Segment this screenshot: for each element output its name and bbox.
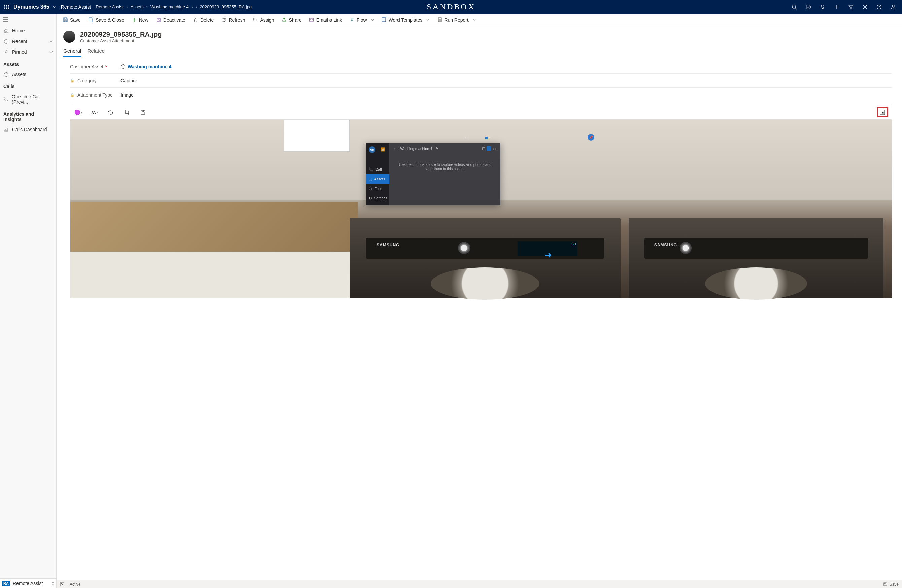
email-link-button[interactable]: Email a Link — [305, 14, 345, 25]
save-icon — [883, 582, 888, 586]
field-customer-asset: Customer Asset* Washing machine 4 — [70, 59, 892, 74]
photo-toggle[interactable] — [487, 146, 492, 151]
gear-icon[interactable] — [858, 0, 872, 14]
run-report-button[interactable]: Run Report — [434, 14, 479, 25]
app-switcher[interactable]: RA Remote Assist ▲▼ — [0, 578, 56, 588]
cube-icon — [3, 72, 9, 77]
chevron-down-icon[interactable] — [50, 40, 53, 43]
assign-icon — [252, 17, 258, 22]
left-sidebar: Home Recent Pinned Assets Assets Calls O… — [0, 14, 56, 588]
share-button[interactable]: Share — [278, 14, 305, 25]
breadcrumb-item[interactable]: 20200929_095355_RA.jpg — [200, 5, 252, 9]
field-category: 🔒Category Capture — [70, 74, 892, 88]
chevron-down-icon — [473, 18, 476, 21]
nav-section-calls: Calls — [0, 80, 56, 91]
app-launcher-icon[interactable] — [2, 2, 11, 12]
nav-calls-dashboard[interactable]: Calls Dashboard — [0, 124, 56, 135]
customer-asset-link[interactable]: Washing machine 4 — [128, 64, 171, 69]
filter-icon[interactable] — [844, 0, 858, 14]
new-button[interactable]: New — [128, 14, 152, 25]
sandbox-watermark: SANDBOX — [427, 2, 475, 11]
breadcrumb-item[interactable]: Assets — [131, 5, 144, 9]
breadcrumb-item[interactable]: Washing machine 4 — [150, 5, 189, 9]
refresh-button[interactable]: Refresh — [218, 14, 248, 25]
tab-general[interactable]: General — [63, 48, 81, 57]
home-icon — [3, 28, 9, 33]
lock-icon: 🔒 — [70, 78, 75, 83]
trash-icon — [193, 17, 198, 22]
word-templates-button[interactable]: Word Templates — [378, 14, 433, 25]
app-switcher-label: Remote Assist — [13, 580, 43, 586]
delete-button[interactable]: Delete — [189, 14, 217, 25]
expand-icon[interactable] — [60, 582, 64, 586]
ar-nav-settings[interactable]: ⚙Settings — [366, 194, 389, 203]
nav-one-time-call[interactable]: One-time Call (Previ... — [0, 91, 56, 107]
back-icon[interactable]: ← — [393, 147, 397, 151]
app-name-label[interactable]: Remote Assist — [61, 5, 91, 10]
status-bar: Active Save — [56, 580, 902, 588]
washer-right: SAMSUNG — [629, 218, 883, 299]
ar-overlay-panel: AM 📶 📞Call ⬚Assets 🗂Files ⚙Settings ← — [366, 143, 501, 205]
phone-icon: 📞 — [368, 167, 373, 172]
help-icon[interactable] — [872, 0, 886, 14]
updown-icon[interactable]: ▲▼ — [52, 581, 54, 586]
nav-label: Assets — [12, 72, 26, 77]
crop-tool[interactable] — [122, 108, 132, 117]
lightbulb-icon[interactable] — [816, 0, 829, 14]
image-toolbar: ▾ ▾ — [70, 105, 891, 120]
field-label: Customer Asset — [70, 64, 103, 69]
nav-section-analytics: Analytics and Insights — [0, 107, 56, 124]
color-picker-tool[interactable]: ▾ — [74, 108, 83, 117]
tab-related[interactable]: Related — [87, 48, 105, 57]
chevron-down-icon[interactable] — [50, 50, 53, 54]
ar-panel-title: Washing machine 4 — [400, 147, 432, 151]
cube-icon: ⬚ — [368, 177, 372, 181]
prev-icon[interactable]: ‹ — [493, 147, 494, 151]
ar-nav-files[interactable]: 🗂Files — [366, 184, 389, 194]
flow-button[interactable]: Flow — [346, 14, 377, 25]
next-icon[interactable]: › — [495, 147, 497, 151]
share-icon — [281, 17, 287, 22]
save-close-icon — [88, 17, 94, 22]
task-icon[interactable] — [802, 0, 815, 14]
svg-rect-2 — [8, 5, 9, 6]
nav-label: Recent — [12, 39, 27, 44]
svg-rect-21 — [438, 18, 441, 22]
washer-brand: SAMSUNG — [654, 242, 677, 247]
svg-point-18 — [254, 18, 255, 20]
field-value[interactable]: Washing machine 4 — [121, 64, 171, 69]
field-label: Category — [77, 78, 97, 83]
image-canvas[interactable]: SAMSUNG ➜ SAMSUNG ⟲⤢ 📌 — [70, 120, 891, 298]
assign-button[interactable]: Assign — [249, 14, 277, 25]
breadcrumb: Remote Assist › Assets › Washing machine… — [96, 5, 252, 9]
edit-icon[interactable]: ✎ — [435, 146, 438, 151]
save-button[interactable]: Save — [59, 14, 84, 25]
svg-rect-5 — [8, 6, 9, 8]
status-label: Active — [70, 582, 81, 586]
expand-image-button[interactable] — [877, 107, 888, 117]
breadcrumb-item[interactable]: Remote Assist — [96, 5, 124, 9]
nav-pinned[interactable]: Pinned — [0, 47, 56, 58]
save-image-tool[interactable] — [138, 108, 148, 117]
chevron-down-icon[interactable] — [53, 5, 56, 9]
marker-tool[interactable]: ▾ — [90, 108, 99, 117]
video-icon[interactable]: ▢ — [482, 146, 485, 151]
search-icon[interactable] — [788, 0, 801, 14]
hamburger-icon[interactable] — [0, 14, 56, 25]
brand-label[interactable]: Dynamics 365 — [14, 4, 50, 10]
save-close-button[interactable]: Save & Close — [85, 14, 128, 25]
nav-home[interactable]: Home — [0, 25, 56, 36]
lock-icon: 🔒 — [70, 93, 75, 97]
undo-tool[interactable] — [106, 108, 116, 117]
deactivate-button[interactable]: Deactivate — [152, 14, 189, 25]
user-icon[interactable] — [886, 0, 900, 14]
ar-nav-call[interactable]: 📞Call — [366, 164, 389, 174]
nav-assets[interactable]: Assets — [0, 69, 56, 80]
svg-rect-7 — [6, 8, 8, 9]
footer-save-button[interactable]: Save — [883, 582, 899, 586]
chevron-right-icon: › — [126, 5, 128, 9]
add-icon[interactable] — [830, 0, 843, 14]
field-label: Attachment Type — [77, 92, 113, 97]
ar-nav-assets[interactable]: ⬚Assets — [366, 174, 389, 184]
nav-recent[interactable]: Recent — [0, 36, 56, 47]
